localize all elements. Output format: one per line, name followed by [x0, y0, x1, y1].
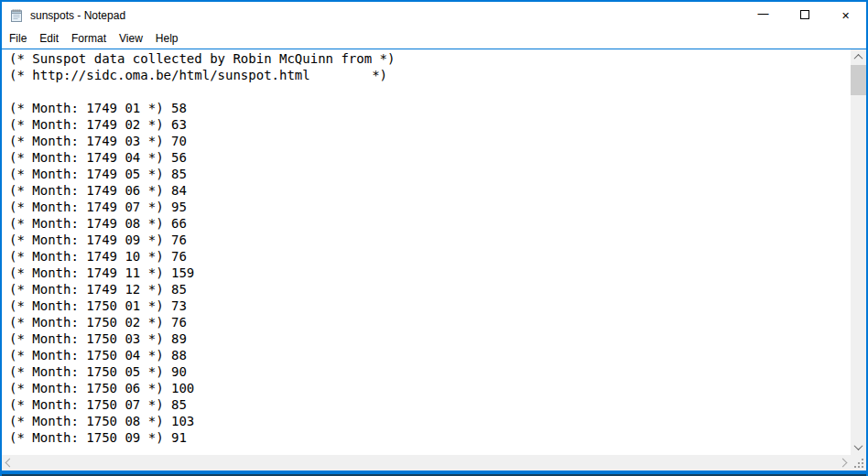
scroll-down-button[interactable] [851, 439, 866, 455]
menu-help[interactable]: Help [149, 29, 185, 49]
notepad-icon[interactable] [9, 8, 24, 23]
chevron-left-icon [5, 459, 15, 468]
notepad-window: sunspots - Notepad — ✕ File Edit Format … [0, 0, 868, 476]
editor-line: (* Month: 1750 01 *) 73 [9, 298, 851, 314]
vertical-scrollbar-thumb[interactable] [851, 65, 866, 95]
minimize-icon: — [758, 8, 769, 19]
chevron-right-icon [839, 459, 848, 468]
editor-line: (* Month: 1750 06 *) 100 [9, 380, 851, 396]
close-icon: ✕ [841, 11, 850, 21]
chevron-up-icon [854, 54, 863, 63]
menubar: File Edit Format View Help [2, 29, 866, 49]
editor-line: (* Month: 1750 02 *) 76 [9, 314, 851, 330]
editor-line: (* Month: 1749 07 *) 95 [9, 199, 851, 215]
editor-line: (* Month: 1750 08 *) 103 [9, 413, 851, 429]
horizontal-scrollbar[interactable] [2, 455, 866, 471]
editor-line: (* Month: 1750 05 *) 90 [9, 363, 851, 380]
vertical-scrollbar-track[interactable] [851, 95, 866, 439]
editor-content[interactable]: (* Sunspot data collected by Robin McQui… [2, 49, 851, 455]
editor-line: (* Month: 1749 10 *) 76 [9, 248, 851, 265]
vertical-scrollbar[interactable] [851, 49, 866, 455]
resize-grip[interactable] [851, 455, 866, 471]
window-title: sunspots - Notepad [30, 9, 125, 22]
editor-line: (* http://sidc.oma.be/html/sunspot.html … [9, 67, 851, 83]
menu-format[interactable]: Format [65, 29, 113, 49]
scroll-up-button[interactable] [851, 49, 866, 65]
scroll-right-button[interactable] [835, 455, 851, 471]
editor-line: (* Month: 1749 09 *) 76 [9, 232, 851, 248]
editor-line: (* Sunspot data collected by Robin McQui… [9, 50, 851, 67]
editor-line: (* Month: 1749 04 *) 56 [9, 149, 851, 166]
content-area: (* Sunspot data collected by Robin McQui… [2, 49, 866, 455]
minimize-button[interactable]: — [743, 2, 784, 29]
editor-line: (* Month: 1749 12 *) 85 [9, 281, 851, 298]
maximize-icon [800, 10, 809, 21]
editor-line: (* Month: 1749 05 *) 85 [9, 166, 851, 182]
editor-line: (* Month: 1750 07 *) 85 [9, 396, 851, 413]
menu-view[interactable]: View [113, 29, 149, 49]
editor-line: (* Month: 1749 01 *) 58 [9, 100, 851, 116]
editor-line: (* Month: 1749 03 *) 70 [9, 133, 851, 149]
scroll-left-button[interactable] [2, 455, 17, 471]
editor-line [9, 83, 851, 100]
editor-line: (* Month: 1749 11 *) 159 [9, 265, 851, 281]
chevron-down-icon [854, 441, 863, 450]
menu-file[interactable]: File [3, 29, 33, 49]
menu-edit[interactable]: Edit [33, 29, 65, 49]
maximize-button[interactable] [784, 2, 825, 29]
editor-line: (* Month: 1750 04 *) 88 [9, 347, 851, 363]
horizontal-scrollbar-track[interactable] [17, 455, 835, 471]
resize-grip-icon [854, 459, 863, 468]
titlebar[interactable]: sunspots - Notepad — ✕ [2, 2, 866, 29]
editor-line: (* Month: 1750 03 *) 89 [9, 330, 851, 347]
editor-line: (* Month: 1749 08 *) 66 [9, 215, 851, 232]
editor-line: (* Month: 1750 09 *) 91 [9, 429, 851, 446]
editor-line: (* Month: 1749 06 *) 84 [9, 182, 851, 199]
editor-line: (* Month: 1749 02 *) 63 [9, 116, 851, 133]
close-button[interactable]: ✕ [825, 2, 866, 29]
